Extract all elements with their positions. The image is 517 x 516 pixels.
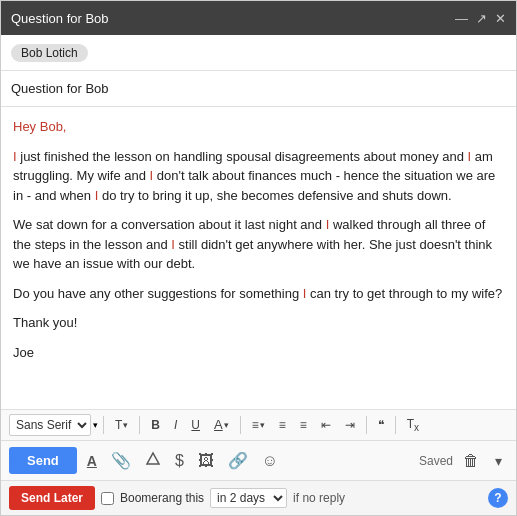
insert-link-icon[interactable]: 🔗 <box>224 449 252 472</box>
text-color-button[interactable]: A ▾ <box>208 414 235 435</box>
compose-window: Question for Bob — ↗ ✕ Bob Lotich Questi… <box>0 0 517 516</box>
message-area[interactable]: Hey Bob, I just finished the lesson on h… <box>1 107 516 409</box>
indent-less-icon: ⇤ <box>321 418 331 432</box>
if-no-reply-label: if no reply <box>293 491 345 505</box>
font-size-arrow: ▾ <box>123 420 128 430</box>
subject-field-row: Question for Bob <box>1 71 516 107</box>
paragraph2: We sat down for a conversation about it … <box>13 215 504 274</box>
dollar-sign-icon[interactable]: $ <box>171 450 188 472</box>
expand-icon[interactable]: ↗ <box>476 11 487 26</box>
more-options-icon[interactable]: ▾ <box>489 451 508 471</box>
indent-more-icon: ⇥ <box>345 418 355 432</box>
paragraph4: Thank you! <box>13 313 504 333</box>
saved-label: Saved <box>419 454 453 468</box>
indent-more-button[interactable]: ⇥ <box>339 415 361 435</box>
paragraph1: I just finished the lesson on handling s… <box>13 147 504 206</box>
recipient-chip[interactable]: Bob Lotich <box>11 44 88 62</box>
boomerang-checkbox[interactable] <box>101 492 114 505</box>
underline-a-button[interactable]: A <box>83 450 101 472</box>
separator2 <box>139 416 140 434</box>
boomerang-toolbar: Send Later Boomerang this in 2 days in 1… <box>1 480 516 515</box>
blockquote-icon: ❝ <box>378 418 384 432</box>
minimize-icon[interactable]: — <box>455 11 468 26</box>
underline-button[interactable]: U <box>185 415 206 435</box>
greeting: Hey Bob, <box>13 117 504 137</box>
bullet-list-icon: ≡ <box>300 418 307 432</box>
numbered-list-button[interactable]: ≡ <box>273 415 292 435</box>
title-bar: Question for Bob — ↗ ✕ <box>1 1 516 35</box>
clear-format-button[interactable]: Tx <box>401 414 425 436</box>
window-title: Question for Bob <box>11 11 109 26</box>
actions-toolbar: Send A 📎 $ 🖼 🔗 ☺ Saved 🗑 ▾ <box>1 440 516 480</box>
svg-marker-0 <box>147 453 159 464</box>
boomerang-days-select[interactable]: in 2 days in 1 day in 3 days in 1 week <box>210 488 287 508</box>
help-button[interactable]: ? <box>488 488 508 508</box>
signature: Joe <box>13 343 504 363</box>
font-family-arrow[interactable]: ▾ <box>93 420 98 430</box>
bold-button[interactable]: B <box>145 415 166 435</box>
formatting-toolbar: Sans Serif ▾ T ▾ B I U A ▾ ≡ ▾ ≡ <box>1 409 516 440</box>
font-size-button[interactable]: T ▾ <box>109 415 134 435</box>
align-button[interactable]: ≡ ▾ <box>246 415 271 435</box>
send-button[interactable]: Send <box>9 447 77 474</box>
send-later-button[interactable]: Send Later <box>9 486 95 510</box>
window-controls: — ↗ ✕ <box>455 11 506 26</box>
blockquote-button[interactable]: ❝ <box>372 415 390 435</box>
emoji-icon[interactable]: ☺ <box>258 450 282 472</box>
trash-icon[interactable]: 🗑 <box>459 450 483 472</box>
insert-photo-icon[interactable]: 🖼 <box>194 450 218 472</box>
attach-file-icon[interactable]: 📎 <box>107 449 135 472</box>
boomerang-label: Boomerang this <box>120 491 204 505</box>
separator5 <box>395 416 396 434</box>
close-icon[interactable]: ✕ <box>495 11 506 26</box>
font-family-select[interactable]: Sans Serif <box>9 414 91 436</box>
numbered-list-icon: ≡ <box>279 418 286 432</box>
to-field-row: Bob Lotich <box>1 35 516 71</box>
text-color-icon: A <box>214 417 223 432</box>
separator3 <box>240 416 241 434</box>
subject-value: Question for Bob <box>11 81 109 96</box>
drive-icon[interactable] <box>141 449 165 473</box>
indent-less-button[interactable]: ⇤ <box>315 415 337 435</box>
align-icon: ≡ <box>252 418 259 432</box>
compose-body: Bob Lotich Question for Bob Hey Bob, I j… <box>1 35 516 515</box>
bullet-list-button[interactable]: ≡ <box>294 415 313 435</box>
paragraph3: Do you have any other suggestions for so… <box>13 284 504 304</box>
separator1 <box>103 416 104 434</box>
clear-format-icon: Tx <box>407 417 419 433</box>
italic-button[interactable]: I <box>168 415 183 435</box>
separator4 <box>366 416 367 434</box>
font-size-icon: T <box>115 418 122 432</box>
